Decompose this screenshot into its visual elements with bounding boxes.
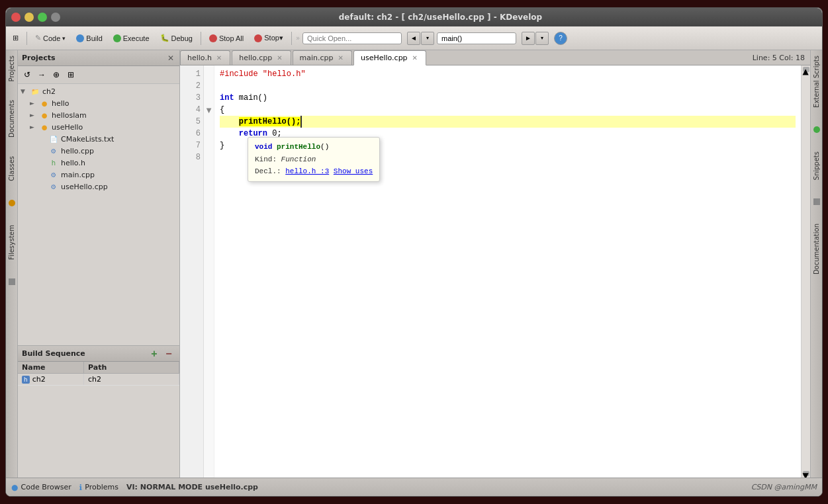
sidebar-tab-snippets[interactable]: Snippets bbox=[811, 149, 821, 183]
tab-usehello-cpp[interactable]: useHello.cpp ✕ bbox=[353, 50, 426, 65]
sidebar-tab-projects[interactable]: Projects bbox=[7, 53, 17, 84]
build-button[interactable]: Build bbox=[72, 32, 106, 44]
projects-nav-btn[interactable]: → bbox=[35, 68, 48, 81]
code-browser-tab[interactable]: ● Code Browser bbox=[11, 483, 71, 492]
label-usehello-cpp: useHello.cpp bbox=[61, 183, 108, 191]
right-sidebar: External Scripts Snippets Documentation bbox=[810, 50, 822, 478]
stop-button[interactable]: Stop▾ bbox=[250, 32, 287, 44]
sidebar-tab-classes[interactable]: Classes bbox=[7, 153, 17, 184]
fold-7 bbox=[204, 140, 214, 151]
bottom-bar: ● Code Browser ℹ Problems VI: NORMAL MOD… bbox=[6, 478, 822, 496]
stop-all-icon bbox=[209, 34, 217, 42]
code-browser-icon: ● bbox=[11, 483, 18, 492]
execute-button[interactable]: Execute bbox=[109, 32, 154, 44]
problems-tab[interactable]: ℹ Problems bbox=[79, 483, 118, 492]
code-label: Code bbox=[43, 34, 60, 42]
nav-dropdown2-button[interactable]: ▾ bbox=[535, 32, 549, 45]
tab-main-cpp[interactable]: main.cpp ✕ bbox=[293, 50, 352, 65]
maximize-button[interactable] bbox=[38, 13, 47, 22]
sidebar-tab-filesystem[interactable]: Filesystem bbox=[7, 222, 17, 263]
ln-8: 8 bbox=[183, 151, 201, 163]
tab-hello-cpp[interactable]: hello.cpp ✕ bbox=[232, 50, 291, 65]
tooltip-decl-link[interactable]: hello.h :3 bbox=[285, 167, 329, 175]
tab-close-usehello[interactable]: ✕ bbox=[411, 54, 419, 62]
arrow-usehello: ► bbox=[30, 124, 39, 130]
debug-button[interactable]: 🐛 Debug bbox=[156, 32, 197, 44]
tab-hello-h[interactable]: hello.h ✕ bbox=[180, 50, 230, 65]
tree-item-usehello-cpp[interactable]: ⚙ useHello.cpp bbox=[18, 181, 179, 192]
apps-button[interactable]: ⊞ bbox=[9, 32, 23, 44]
sidebar-tab-documents[interactable]: Documents bbox=[7, 97, 17, 140]
code-content[interactable]: #include "hello.h" int main() { printHel… bbox=[214, 65, 801, 478]
code-line-4: { bbox=[220, 104, 796, 116]
stop-all-button[interactable]: Stop All bbox=[205, 32, 248, 44]
vscroll[interactable]: ▲ ▼ bbox=[801, 65, 810, 478]
icon-cmake: 📄 bbox=[48, 134, 59, 144]
build-seq-add-btn[interactable]: + bbox=[148, 347, 161, 360]
fold-3 bbox=[204, 92, 214, 104]
projects-options-btn[interactable]: ⊞ bbox=[64, 68, 77, 81]
file-tree: ▼ 📁 ch2 ► ● hello ► ● helloslam bbox=[18, 84, 179, 345]
code-line-5: printHello(); bbox=[220, 116, 796, 128]
build-sequence-panel: Build Sequence + − Name Path h bbox=[18, 345, 179, 478]
ln-3: 3 bbox=[183, 92, 201, 104]
close-button[interactable] bbox=[11, 13, 21, 22]
fold-gutter: ▼ bbox=[204, 65, 214, 478]
sidebar-tab-documentation[interactable]: Documentation bbox=[811, 221, 821, 277]
nav-fwd-button[interactable]: ► bbox=[522, 32, 535, 45]
sep1 bbox=[26, 32, 27, 45]
arrow-hello: ► bbox=[30, 100, 39, 106]
sidebar-tab-external[interactable]: External Scripts bbox=[811, 53, 821, 110]
scroll-down-btn[interactable]: ▼ bbox=[803, 471, 809, 476]
projects-reload-btn[interactable]: ↺ bbox=[21, 68, 34, 81]
filesystem-icon bbox=[9, 278, 15, 285]
tab-close-hello-h[interactable]: ✕ bbox=[215, 54, 223, 62]
tooltip-show-uses[interactable]: Show uses bbox=[334, 167, 373, 175]
titlebar-dot bbox=[51, 13, 60, 22]
icon-usehello-cpp: ⚙ bbox=[48, 181, 59, 192]
tree-item-main-cpp[interactable]: ⚙ main.cpp bbox=[18, 169, 179, 181]
quick-open-input[interactable] bbox=[302, 32, 402, 44]
nav-back-button[interactable]: ◄ bbox=[407, 32, 420, 45]
tree-item-hello[interactable]: ► ● hello bbox=[18, 97, 179, 109]
build-table-body: h ch2 ch2 bbox=[18, 374, 179, 478]
tooltip-kind: Kind: Function bbox=[255, 154, 373, 165]
tree-item-ch2[interactable]: ▼ 📁 ch2 bbox=[18, 85, 179, 97]
label-hello: hello bbox=[52, 99, 69, 108]
editor-area: hello.h ✕ hello.cpp ✕ main.cpp ✕ useHell… bbox=[180, 50, 810, 478]
sep2 bbox=[201, 32, 201, 45]
tree-item-helloslam[interactable]: ► ● helloslam bbox=[18, 109, 179, 121]
projects-close-button[interactable]: ✕ bbox=[166, 54, 175, 63]
label-hello-cpp: hello.cpp bbox=[61, 147, 94, 155]
stop-icon bbox=[254, 34, 262, 42]
build-seq-title: Build Sequence bbox=[22, 349, 85, 358]
tree-item-cmake[interactable]: 📄 CMakeLists.txt bbox=[18, 133, 179, 145]
classes-indicator bbox=[9, 200, 15, 206]
minimize-button[interactable] bbox=[24, 13, 34, 22]
label-helloslam: helloslam bbox=[52, 111, 87, 120]
line-col-indicator: Line: 5 Col: 18 bbox=[747, 54, 810, 62]
build-seq-remove-btn[interactable]: − bbox=[162, 347, 175, 360]
label-cmake: CMakeLists.txt bbox=[61, 135, 114, 144]
tree-item-hello-h[interactable]: h hello.h bbox=[18, 157, 179, 169]
stop-label: Stop▾ bbox=[264, 34, 283, 42]
tooltip-kind-value: Function bbox=[281, 155, 316, 163]
function-input[interactable] bbox=[437, 32, 516, 44]
nav-dropdown-button[interactable]: ▾ bbox=[421, 32, 434, 45]
tab-close-hello-cpp[interactable]: ✕ bbox=[275, 54, 283, 62]
tab-close-main-cpp[interactable]: ✕ bbox=[337, 54, 345, 62]
scroll-up-btn[interactable]: ▲ bbox=[803, 67, 809, 72]
icon-hello: ● bbox=[39, 98, 50, 108]
nav-buttons: ◄ ▾ bbox=[407, 32, 434, 45]
help-button[interactable]: ? bbox=[554, 32, 567, 45]
tree-item-usehello[interactable]: ► ● useHello bbox=[18, 121, 179, 133]
label-usehello: useHello bbox=[52, 123, 83, 132]
projects-add-btn[interactable]: ⊕ bbox=[50, 68, 63, 81]
tree-item-hello-cpp[interactable]: ⚙ hello.cpp bbox=[18, 145, 179, 157]
build-table-row[interactable]: h ch2 ch2 bbox=[18, 374, 179, 386]
code-button[interactable]: ✎ Code ▾ bbox=[31, 32, 69, 44]
fold-6 bbox=[204, 128, 214, 140]
icon-hello-cpp: ⚙ bbox=[48, 146, 59, 156]
build-seq-table: Name Path h ch2 ch2 bbox=[18, 362, 179, 478]
projects-header: Projects ✕ bbox=[18, 50, 179, 66]
